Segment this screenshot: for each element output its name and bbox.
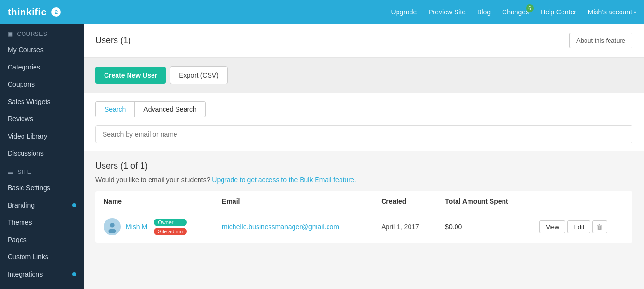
user-name-link[interactable]: Mish M (126, 223, 147, 231)
integrations-dot (72, 272, 76, 276)
top-navigation: thinkific 2 Upgrade Preview Site Blog Ch… (0, 0, 644, 24)
trash-icon: 🗑 (597, 223, 603, 231)
sidebar-item-basic-settings[interactable]: Basic Settings (0, 179, 84, 197)
brand-logo: thinkific (8, 7, 47, 18)
sidebar-item-sales-widgets[interactable]: Sales Widgets (0, 93, 84, 110)
user-actions-cell: View Edit 🗑 (532, 211, 632, 243)
nav-links: Upgrade Preview Site Blog Changes 6 Help… (391, 8, 636, 16)
badge-site-admin: Site admin (154, 228, 187, 235)
col-amount: Total Amount Spent (437, 192, 532, 211)
preview-site-link[interactable]: Preview Site (428, 8, 466, 16)
view-user-button[interactable]: View (539, 220, 565, 233)
table-header-row: Name Email Created Total Amount Spent (96, 192, 632, 211)
user-email-link[interactable]: michelle.businessmanager@gmail.com (222, 223, 339, 231)
col-name: Name (96, 192, 215, 211)
account-menu[interactable]: Mish's account ▾ (588, 8, 636, 16)
user-created-cell: April 1, 2017 (374, 211, 437, 243)
svg-point-1 (110, 223, 114, 227)
delete-user-button[interactable]: 🗑 (592, 220, 607, 233)
col-actions (532, 192, 632, 211)
table-row: Mish M Owner Site admin michelle.busines… (96, 211, 632, 243)
sidebar-item-my-courses[interactable]: My Courses (0, 41, 84, 58)
blog-link[interactable]: Blog (477, 8, 491, 16)
users-table: Name Email Created Total Amount Spent (95, 191, 632, 243)
search-tab-advanced[interactable]: Advanced Search (135, 101, 206, 117)
action-bar: Create New User Export (CSV) (84, 58, 644, 93)
sidebar-item-integrations[interactable]: Integrations (0, 266, 84, 283)
sidebar-item-coupons[interactable]: Coupons (0, 76, 84, 93)
col-created: Created (374, 192, 437, 211)
sidebar-item-themes[interactable]: Themes (0, 214, 84, 231)
edit-user-button[interactable]: Edit (567, 220, 590, 233)
page-header: Users (1) About this feature (84, 24, 644, 58)
sidebar-item-pages[interactable]: Pages (0, 231, 84, 248)
bulk-email-notice: Would you like to email your students? U… (95, 176, 632, 184)
nav-badge: 2 (51, 7, 61, 17)
sidebar-item-discussions[interactable]: Discussions (0, 145, 84, 162)
users-section: Users (1 of 1) Would you like to email y… (84, 151, 644, 252)
sidebar-item-branding[interactable]: Branding (0, 197, 84, 214)
bulk-email-upgrade-link[interactable]: Upgrade to get access to the Bulk Email … (212, 176, 356, 184)
site-icon: ▬ (8, 169, 14, 175)
branding-dot (72, 203, 76, 207)
sidebar-item-video-library[interactable]: Video Library (0, 127, 84, 145)
sidebar-item-custom-links[interactable]: Custom Links (0, 248, 84, 266)
search-input[interactable] (95, 125, 632, 143)
search-section: Search Advanced Search (84, 93, 644, 151)
help-center-link[interactable]: Help Center (540, 8, 576, 16)
site-section-header: ▬ Site (0, 162, 84, 179)
col-email: Email (214, 192, 374, 211)
create-new-user-button[interactable]: Create New User (95, 67, 166, 84)
chevron-down-icon: ▾ (634, 10, 636, 15)
sidebar: ▣ Courses My Courses Categories Coupons … (0, 24, 84, 289)
courses-icon: ▣ (8, 31, 13, 37)
search-tabs: Search Advanced Search (95, 93, 632, 117)
user-name-cell: Mish M Owner Site admin (96, 211, 215, 243)
search-tab-basic[interactable]: Search (95, 101, 135, 117)
search-input-wrap (95, 117, 632, 151)
export-csv-button[interactable]: Export (CSV) (170, 66, 227, 84)
about-feature-button[interactable]: About this feature (569, 33, 632, 48)
sidebar-item-reviews[interactable]: Reviews (0, 110, 84, 127)
user-email-cell: michelle.businessmanager@gmail.com (214, 211, 374, 243)
main-content: Users (1) About this feature Create New … (84, 24, 644, 289)
changes-badge: 6 (526, 4, 534, 12)
upgrade-link[interactable]: Upgrade (391, 8, 417, 16)
row-actions: View Edit 🗑 (539, 220, 624, 233)
badge-owner: Owner (154, 219, 187, 226)
sidebar-item-notifications[interactable]: Notifications (0, 283, 84, 289)
changes-link[interactable]: Changes 6 (502, 8, 529, 16)
page-title: Users (1) (95, 35, 131, 46)
sidebar-item-categories[interactable]: Categories (0, 58, 84, 76)
user-badges: Owner Site admin (154, 219, 187, 235)
avatar (104, 218, 121, 235)
user-amount-cell: $0.00 (437, 211, 532, 243)
courses-section-header: ▣ Courses (0, 24, 84, 41)
users-count-title: Users (1 of 1) (95, 161, 632, 171)
